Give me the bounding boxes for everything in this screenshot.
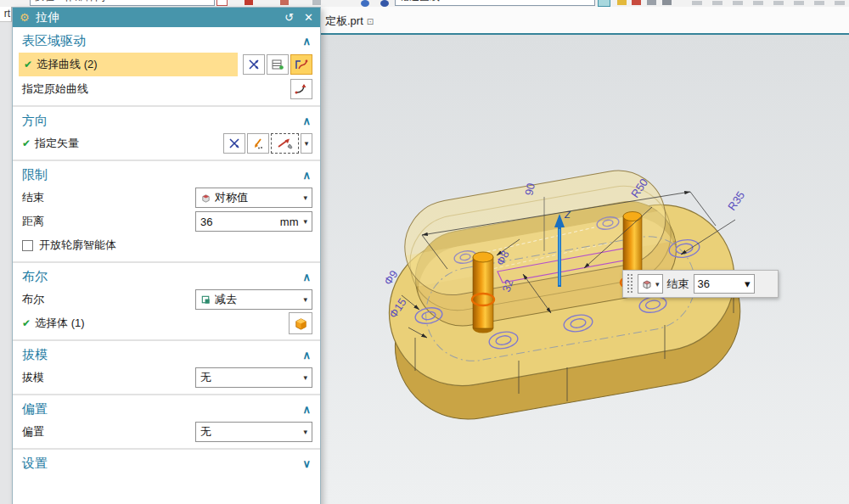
group-header[interactable]: 偏置 ∧ <box>13 397 320 420</box>
open-profile-row: 开放轮廓智能体 <box>13 233 320 257</box>
distance-value: 36 <box>200 216 277 228</box>
select-body-button[interactable] <box>289 312 312 334</box>
toolbar-icon-fragment[interactable] <box>216 0 228 6</box>
toolbar-icon-fragment[interactable] <box>733 1 743 5</box>
close-button[interactable]: ✕ <box>304 11 313 24</box>
offset-dropdown[interactable]: 无 ▾ <box>195 422 312 442</box>
draft-value: 无 <box>200 370 300 385</box>
intersect-curves-button[interactable] <box>243 54 265 75</box>
tab-window-icon: ⊡ <box>367 17 374 26</box>
chevron-up-icon[interactable]: ∧ <box>302 169 311 182</box>
end-distance-value: 36 <box>698 277 745 290</box>
end-distance-input[interactable]: 36 ▾ <box>694 274 755 294</box>
toolbar-icon-fragment[interactable] <box>692 1 702 5</box>
vector-dialog-button[interactable] <box>223 133 245 154</box>
distance-unit: mm <box>280 216 299 228</box>
group-title: 拔模 <box>22 347 48 363</box>
curve-arrow-icon <box>294 81 309 97</box>
toolbar-icon-fragment[interactable] <box>361 0 369 7</box>
dialog-body: 表区域驱动 ∧ ✔ 选择曲线 (2) <box>13 27 320 479</box>
window-left-edge: rt <box>0 7 12 504</box>
vector-options-dropdown[interactable]: ▾ <box>301 133 312 154</box>
draft-label: 拔模 <box>22 370 195 385</box>
end-type-dropdown[interactable]: 对称值 ▾ <box>195 188 312 208</box>
group-header[interactable]: 方向 ∧ <box>13 109 320 132</box>
solid-body-cube-icon <box>293 316 309 332</box>
dropdown-arrow-icon: ▾ <box>745 277 751 290</box>
toolbar-icon-fragment[interactable] <box>794 1 804 5</box>
dropdown-arrow-icon: ▾ <box>303 373 307 382</box>
vector-direction-button[interactable] <box>271 133 299 154</box>
group-section-region: 表区域驱动 ∧ ✔ 选择曲线 (2) <box>13 27 320 107</box>
drag-handle[interactable] <box>627 273 633 294</box>
group-title: 限制 <box>22 167 48 183</box>
tab-active-part[interactable]: 定板.prt ⊡ <box>325 14 374 29</box>
distance-input[interactable]: 36 mm ▾ <box>195 211 312 232</box>
extrude-dialog: ⚙ 拉伸 ↺ ✕ 表区域驱动 ∧ ✔ 选择曲线 (2) <box>12 7 321 504</box>
toolbar-icon-fragment[interactable] <box>835 1 845 5</box>
boolean-row: 布尔 减去 ▾ <box>13 288 320 311</box>
group-header[interactable]: 布尔 ∧ <box>13 265 320 288</box>
open-profile-label: 开放轮廓智能体 <box>39 238 116 253</box>
group-header[interactable]: 限制 ∧ <box>13 163 320 186</box>
chevron-up-icon[interactable]: ∧ <box>302 115 311 127</box>
select-body-row: ✔ 选择体 (1) <box>13 311 320 335</box>
group-limits: 限制 ∧ 结束 对称值 ▾ 距离 36 mm <box>13 161 320 263</box>
list-selection-button[interactable] <box>267 54 289 75</box>
chevron-down-icon[interactable]: ∨ <box>302 457 311 470</box>
chevron-up-icon[interactable]: ∧ <box>302 403 311 416</box>
dropdown-arrow-icon: ▾ <box>303 295 307 304</box>
dropdown-arrow-icon: ▾ <box>655 280 660 288</box>
group-header[interactable]: 拔模 ∧ <box>13 343 320 366</box>
toolbar-icon-fragment[interactable] <box>712 1 722 5</box>
toolbar-icon-fragment[interactable] <box>773 1 784 5</box>
toolbar-icon-fragment[interactable] <box>647 0 656 5</box>
toolbar-icon-fragment-selected[interactable] <box>598 0 610 7</box>
toolbar-icon-fragment[interactable] <box>632 0 641 5</box>
draft-dropdown[interactable]: 无 ▾ <box>195 367 312 388</box>
select-curve-label: 选择曲线 (2) <box>37 57 98 72</box>
open-profile-checkbox[interactable] <box>22 240 33 251</box>
boolean-dropdown[interactable]: 减去 ▾ <box>195 289 312 310</box>
original-curve-button[interactable] <box>290 79 312 99</box>
pin-left[interactable] <box>473 252 493 333</box>
chevron-up-icon[interactable]: ∧ <box>302 271 311 283</box>
toolbar-icon-fragment[interactable] <box>662 0 672 5</box>
boolean-label: 布尔 <box>22 292 195 307</box>
dim-length: 90 <box>522 182 537 196</box>
toolbar-icon-fragment[interactable] <box>280 0 289 5</box>
toolbar-icon-fragment[interactable] <box>814 1 824 5</box>
gear-icon: ⚙ <box>20 11 30 24</box>
inferred-vector-button[interactable] <box>247 133 269 154</box>
tab-underline <box>321 33 849 35</box>
chevron-up-icon[interactable]: ∧ <box>302 35 311 48</box>
select-body-label: 选择体 (1) <box>35 316 287 331</box>
chevron-up-icon[interactable]: ∧ <box>302 349 311 361</box>
group-draft: 拔模 ∧ 拔模 无 ▾ <box>13 341 320 395</box>
partial-tab[interactable]: rt <box>0 7 12 22</box>
toolbar-icon-fragment[interactable] <box>245 0 253 5</box>
work-part-filter-combo[interactable]: 仅在工作部件内 <box>30 0 215 6</box>
onscreen-input-bar[interactable]: ▾ 结束 36 ▾ <box>622 270 779 298</box>
curve-rule-combo[interactable]: 相连曲线 <box>395 0 595 6</box>
group-boolean: 布尔 ∧ 布尔 减去 ▾ ✔ 选择体 (1) <box>13 263 320 341</box>
toolbar-icon-fragment[interactable] <box>617 0 627 5</box>
tab-active-label: 定板.prt <box>325 14 363 29</box>
dropdown-arrow-icon: ▾ <box>303 217 307 226</box>
group-header[interactable]: 表区域驱动 ∧ <box>13 29 320 52</box>
reset-button[interactable]: ↺ <box>284 11 294 24</box>
end-option-dropdown[interactable]: ▾ <box>638 274 663 294</box>
group-title: 设置 <box>22 456 48 472</box>
toolbar-icon-fragment[interactable] <box>753 1 763 5</box>
boolean-value: 减去 <box>215 292 300 307</box>
dialog-header[interactable]: ⚙ 拉伸 ↺ ✕ <box>13 8 320 27</box>
end-label: 结束 <box>22 190 195 205</box>
toolbar-icon-fragment[interactable] <box>312 0 321 5</box>
end-row: 结束 对称值 ▾ <box>13 186 320 210</box>
select-curve-field[interactable]: ✔ 选择曲线 (2) <box>19 53 238 76</box>
toolbar-icon-fragment[interactable] <box>380 0 389 7</box>
curve-rule-button[interactable] <box>290 54 312 75</box>
top-toolbar-cropped: 仅在工作部件内 相连曲线 <box>0 0 849 7</box>
group-header[interactable]: 设置 ∨ <box>13 451 320 474</box>
check-icon: ✔ <box>24 59 32 70</box>
